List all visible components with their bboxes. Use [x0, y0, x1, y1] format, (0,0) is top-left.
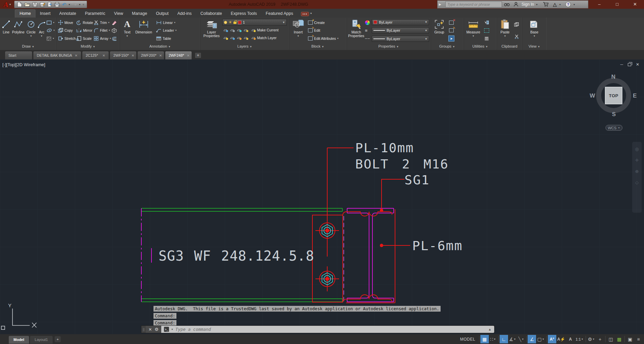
viewcube-west[interactable]: W	[590, 92, 595, 99]
open-file-icon[interactable]	[24, 2, 30, 7]
viewcube-north[interactable]: N	[611, 74, 615, 80]
measure-dropdown-icon[interactable]: ▼	[472, 35, 475, 37]
quick-calculator-icon[interactable]	[484, 35, 489, 42]
help-icon[interactable]: ?	[563, 0, 573, 8]
viewcube-east[interactable]: E	[633, 92, 637, 99]
ellipse-button[interactable]: ▾	[47, 27, 55, 34]
print-icon[interactable]	[54, 2, 60, 7]
rectangle-button[interactable]: ▾	[47, 19, 55, 26]
layer-on-off-icon[interactable]: ▱	[222, 35, 228, 40]
recent-commands-icon[interactable]: ▼	[171, 328, 173, 330]
object-snap-toggle[interactable]: ▢▼	[536, 335, 545, 343]
a360-icon[interactable]: △	[551, 0, 559, 8]
dimension-button[interactable]: Dimension	[134, 18, 153, 43]
trim-button[interactable]: Trim▾	[94, 19, 111, 26]
scale-button[interactable]: Scale	[76, 35, 93, 42]
a360-dropdown-icon[interactable]: ▾	[559, 3, 561, 6]
layer-select-combo[interactable]: ☀ 1 ▼	[222, 19, 287, 26]
layer-unisolate-icon[interactable]: ▱	[229, 28, 235, 32]
layer-unlock-icon[interactable]	[233, 22, 236, 24]
redo-dropdown-icon[interactable]: ▾	[79, 3, 80, 6]
annotation-autoscale-toggle[interactable]: A⚡	[556, 335, 566, 343]
file-tab-detail-bak-bunga[interactable]: DETAIL BAK BUNGA✕	[33, 51, 81, 59]
tab-output[interactable]: Output	[151, 10, 173, 18]
layer-previous-icon[interactable]: ▱	[229, 35, 235, 40]
panel-label-layers[interactable]: Layers▼	[201, 44, 289, 50]
object-color-combo[interactable]: ByLayer ▼	[372, 19, 429, 25]
file-tab-start[interactable]: Start	[5, 51, 32, 59]
panel-label-draw[interactable]: Draw▼	[0, 44, 56, 50]
layer-walk-icon[interactable]: ▱	[236, 35, 242, 40]
viewport-restore-icon[interactable]	[628, 63, 631, 66]
array-button[interactable]: Array▾	[94, 35, 111, 42]
close-button[interactable]: ✕	[626, 0, 644, 9]
create-block-button[interactable]: Create	[308, 19, 338, 26]
text-button[interactable]: A Text ▼	[121, 18, 133, 43]
model-tab[interactable]: Model	[9, 336, 29, 344]
close-icon[interactable]: ✕	[159, 54, 162, 57]
tab-featured-apps[interactable]: Featured Apps	[261, 10, 298, 18]
linetype-dropdown-icon[interactable]: ▼	[425, 37, 427, 41]
customization-menu-icon[interactable]: ≡	[634, 335, 643, 343]
close-icon[interactable]: ✕	[103, 54, 105, 57]
circle-dropdown-icon[interactable]: ▼	[30, 35, 32, 37]
store-cart-icon[interactable]	[541, 0, 551, 8]
infocenter-collapse-icon[interactable]: ▶	[438, 3, 443, 6]
help-dropdown-icon[interactable]: ▾	[573, 3, 575, 6]
panel-label-utilities[interactable]: Utilities▼	[464, 44, 497, 50]
export-icon[interactable]	[48, 2, 52, 7]
navigation-bar[interactable]: ◎ ✛ ⊕ ◇	[632, 142, 642, 213]
undo-icon[interactable]: ↶	[62, 2, 66, 7]
tab-insert[interactable]: Insert	[35, 10, 55, 18]
ortho-toggle[interactable]: ∟	[500, 335, 508, 343]
arc-button[interactable]: Arc ▼	[37, 18, 46, 43]
linear-dimension-button[interactable]: Linear▾	[156, 19, 176, 26]
redo-icon[interactable]: ↷	[73, 2, 77, 7]
text-dropdown-icon[interactable]: ▼	[126, 35, 129, 37]
wcs-menu[interactable]: WCS▼	[606, 125, 622, 131]
tab-view[interactable]: View	[110, 10, 128, 18]
steering-wheel-icon[interactable]: ◎	[635, 147, 639, 152]
tab-annotate[interactable]: Annotate	[55, 10, 81, 18]
layer-freeze-icon[interactable]: ▱	[236, 28, 242, 32]
snap-toggle[interactable]: ∷▼	[489, 335, 497, 343]
tab-manage[interactable]: Manage	[128, 10, 151, 18]
new-layout-button[interactable]: +	[55, 336, 61, 342]
line-button[interactable]: Line	[1, 18, 11, 43]
layer-combo-dropdown-icon[interactable]: ▼	[282, 21, 285, 24]
match-layer-button[interactable]: ▱Match Layer	[251, 34, 277, 41]
move-button[interactable]: Move	[58, 19, 76, 26]
linetype-combo[interactable]: ByLayer ▼	[372, 36, 429, 42]
paste-dropdown-icon[interactable]: ▼	[504, 35, 506, 37]
insert-dropdown-icon[interactable]: ▼	[297, 35, 300, 37]
fillet-button[interactable]: Fillet▾	[94, 27, 111, 34]
zoom-icon[interactable]: ⊕	[635, 169, 639, 174]
search-input[interactable]	[445, 1, 502, 7]
panel-label-block[interactable]: Block▼	[289, 44, 346, 50]
command-expand-icon[interactable]: ▲	[488, 327, 492, 331]
drawing-canvas[interactable]: PL-10mm BOLT 2 M16 SG1 PL-6mm SG3 WF 248…	[0, 59, 644, 334]
layer-properties-button[interactable]: Layer Properties	[202, 18, 221, 43]
file-tab-2wf248[interactable]: 2WF248*✕	[165, 51, 192, 59]
viewcube-south[interactable]: S	[612, 111, 616, 118]
layer-isolate-icon[interactable]: ▱	[222, 28, 228, 32]
lineweight-dropdown-icon[interactable]: ▼	[425, 29, 427, 32]
command-input[interactable]: >_ ▼ Type a command ▲	[161, 326, 494, 333]
ribbon-options-dropdown-icon[interactable]: ▾	[310, 12, 312, 15]
explode-icon[interactable]	[112, 27, 118, 34]
hardware-acceleration-icon[interactable]: ▩	[615, 335, 623, 343]
panel-label-groups[interactable]: Groups▼	[431, 44, 464, 50]
group-edit-icon[interactable]	[449, 27, 454, 34]
isometric-drafting-toggle[interactable]: ╲▼	[517, 335, 525, 343]
annotation-scale-icon[interactable]: A	[566, 335, 575, 343]
lineweight-combo[interactable]: ByLayer ▼	[372, 27, 429, 33]
erase-icon[interactable]	[112, 19, 118, 26]
annotation-visibility-toggle[interactable]: A°	[548, 335, 556, 343]
tab-add-ins[interactable]: Add-ins	[173, 10, 196, 18]
undo-dropdown-icon[interactable]: ▾	[69, 3, 70, 6]
command-customize-icon[interactable]: ⚙	[155, 327, 159, 332]
touch-mode-icon[interactable]	[301, 12, 309, 16]
edit-block-button[interactable]: Edit	[308, 27, 338, 34]
command-bar-grip[interactable]: ⣿	[141, 326, 146, 333]
tab-express-tools[interactable]: Express Tools	[226, 10, 261, 18]
